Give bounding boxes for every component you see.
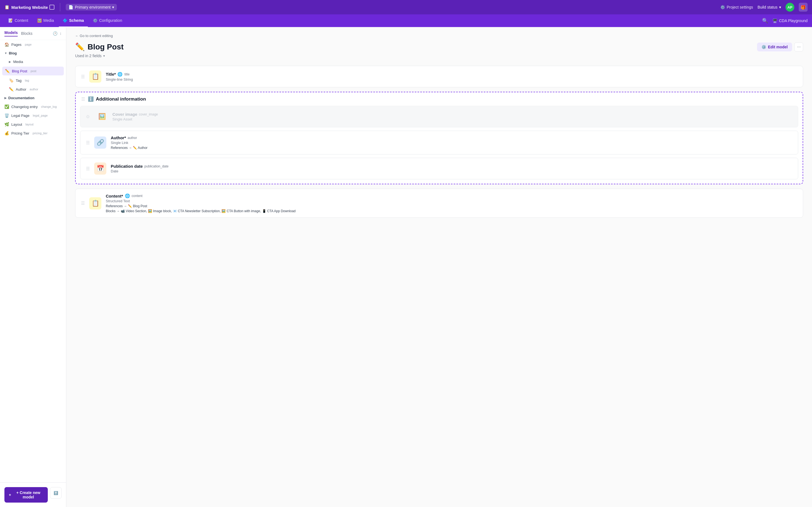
author-label: Author: [16, 87, 26, 92]
env-label: Primary environment: [75, 5, 111, 9]
title-locale-icon: 🌐: [117, 72, 123, 77]
cover-image-type: Single Asset: [112, 117, 792, 121]
gift-icon: 🎁: [800, 5, 806, 10]
more-options-button[interactable]: ⋯: [794, 43, 803, 51]
title-drag-handle[interactable]: ☰: [81, 74, 85, 79]
model-subtitle[interactable]: Used in 2 fields ▾: [75, 54, 803, 58]
blogpost-id: post: [30, 69, 37, 73]
sidebar-section-docs[interactable]: ▶ Documentation: [0, 94, 66, 102]
search-button[interactable]: 🔍: [762, 18, 768, 24]
create-new-model-button[interactable]: + + Create new model: [4, 487, 48, 503]
title-field-row: ☰ 📋 Title* 🌐 title Single-line String: [75, 66, 803, 87]
group-drag-handle[interactable]: ☰: [81, 97, 85, 102]
back-to-content-link[interactable]: ← Go to content editing: [75, 34, 803, 38]
edit-model-button[interactable]: ⚙️ Edit model: [757, 43, 792, 51]
create-model-label: + Create new model: [13, 491, 43, 499]
model-title: ✏️ Blog Post: [75, 42, 124, 51]
nav-right: ⚙️ Project settings Build status ▾ AP 🎁: [720, 3, 808, 12]
cover-image-name: Cover image cover_image: [112, 112, 792, 117]
cover-image-info: Cover image cover_image Single Asset: [112, 112, 792, 121]
pages-label: Pages: [11, 43, 21, 47]
layout-icon: 🌿: [4, 122, 9, 126]
legal-label: Legal Page: [11, 114, 29, 118]
used-in-label: Used in 2 fields: [75, 54, 102, 58]
import-icon: ⬆️: [54, 491, 58, 495]
used-in-chevron-icon: ▾: [103, 54, 105, 58]
sidebar-icons: 🕐 ↕: [53, 31, 62, 36]
gift-button[interactable]: 🎁: [799, 3, 808, 12]
tab-configuration[interactable]: ⚙️ Configuration: [89, 14, 126, 27]
author-field-icon: 🔗: [97, 139, 104, 146]
sidebar-item-pages[interactable]: 🏠 Pages page: [0, 40, 66, 49]
build-status-button[interactable]: Build status ▾: [758, 5, 781, 9]
author-drag-handle[interactable]: ☰: [86, 140, 90, 145]
models-tab[interactable]: Models: [4, 31, 18, 37]
project-title[interactable]: 📋 Marketing Website: [4, 5, 54, 10]
content-drag-handle[interactable]: ☰: [81, 201, 85, 206]
pub-date-field-row: ☰ 📅 Publication date publication_date Da…: [80, 158, 798, 179]
tab-content[interactable]: 📝 Content: [4, 14, 32, 27]
import-button[interactable]: ⬆️: [50, 487, 62, 499]
tab-schema[interactable]: 🔷 Schema: [59, 14, 88, 27]
media-label: Media: [13, 60, 23, 64]
legal-id: legal_page: [33, 114, 48, 117]
sidebar-item-tag[interactable]: 🏷️ Tag tag: [0, 76, 66, 85]
author-field-id: author: [128, 136, 137, 140]
tag-id: tag: [25, 79, 29, 82]
tag-icon: 🏷️: [9, 78, 13, 82]
group-title: ℹ️ Additional information: [88, 96, 146, 102]
author-icon: ✏️: [9, 87, 13, 92]
nav-divider: [60, 3, 60, 11]
sidebar-item-pricing[interactable]: 💰 Pricing Tier pricing_tier: [0, 129, 66, 137]
environment-selector[interactable]: 📄 Primary environment ▾: [66, 4, 117, 10]
configuration-icon: ⚙️: [93, 18, 98, 23]
cover-image-field-card: ⚙ 🖼️ Cover image cover_image Single Asse…: [80, 106, 798, 127]
cda-icon: 🖥️: [772, 18, 777, 23]
content-icon: 📝: [8, 18, 13, 23]
title-field-id: title: [124, 72, 130, 76]
sidebar-item-author[interactable]: ✏️ Author author: [0, 85, 66, 94]
changelog-icon: ✅: [4, 104, 9, 109]
author-field-icon-wrap: 🔗: [94, 136, 106, 149]
content-field-blocks: Blocks → 📹 Video Section, 🖼️ Image block…: [106, 209, 797, 213]
build-status-label: Build status: [758, 5, 777, 9]
title-field-icon-wrap: 📋: [89, 70, 101, 82]
pub-date-drag-handle[interactable]: ☰: [86, 166, 90, 171]
content-field-info: Content* 🌐 content Structured Text Refer…: [106, 193, 797, 213]
media-icon: 🖼️: [37, 18, 42, 23]
pages-id: page: [25, 43, 32, 46]
sidebar: Models Blocks 🕐 ↕ 🏠 Pages page ▼ Blog ▶ …: [0, 27, 66, 507]
sidebar-item-legal[interactable]: 🗑️ Legal Page legal_page: [0, 111, 66, 120]
group-header: ☰ ℹ️ Additional information: [76, 92, 803, 106]
blocks-tab[interactable]: Blocks: [21, 31, 32, 36]
sidebar-item-blogpost[interactable]: ✏️ Blog Post post: [2, 67, 64, 75]
edit-model-label: Edit model: [768, 45, 788, 49]
author-field-row: ☰ 🔗 Author* author Single Link Reference…: [80, 131, 798, 154]
tab-configuration-label: Configuration: [99, 18, 122, 23]
sidebar-section-blog[interactable]: ▼ Blog: [0, 49, 66, 57]
title-field-info: Title* 🌐 title Single-line String: [106, 72, 797, 81]
info-icon: ℹ️: [88, 96, 93, 102]
avatar-initials: AP: [788, 5, 792, 9]
docs-chevron-icon: ▶: [4, 97, 7, 100]
changelog-id: change_log: [41, 105, 57, 108]
blog-section-label: Blog: [9, 51, 17, 55]
project-settings-link[interactable]: ⚙️ Project settings: [720, 5, 753, 9]
main-layout: Models Blocks 🕐 ↕ 🏠 Pages page ▼ Blog ▶ …: [0, 27, 812, 507]
sort-icon[interactable]: ↕: [60, 31, 62, 36]
sidebar-item-layout[interactable]: 🌿 Layout layout: [0, 120, 66, 129]
tag-label: Tag: [16, 78, 21, 82]
pub-date-icon: 📅: [97, 165, 104, 172]
tab-media[interactable]: 🖼️ Media: [33, 14, 58, 27]
title-field-icon: 📋: [92, 73, 99, 80]
pub-date-icon-wrap: 📅: [94, 162, 106, 175]
avatar[interactable]: AP: [786, 3, 794, 12]
history-icon[interactable]: 🕐: [53, 31, 57, 36]
sidebar-item-changelog[interactable]: ✅ Changelog entry change_log: [0, 102, 66, 111]
model-header: ✏️ Blog Post ⚙️ Edit model ⋯: [75, 42, 803, 51]
sidebar-item-media[interactable]: ▶ Media: [0, 57, 66, 66]
cda-playground-button[interactable]: 🖥️ CDA Playground: [772, 18, 808, 23]
pub-date-field-card: ☰ 📅 Publication date publication_date Da…: [80, 158, 798, 179]
project-settings-label: Project settings: [727, 5, 753, 9]
chevron-down-icon: ▾: [112, 5, 114, 9]
